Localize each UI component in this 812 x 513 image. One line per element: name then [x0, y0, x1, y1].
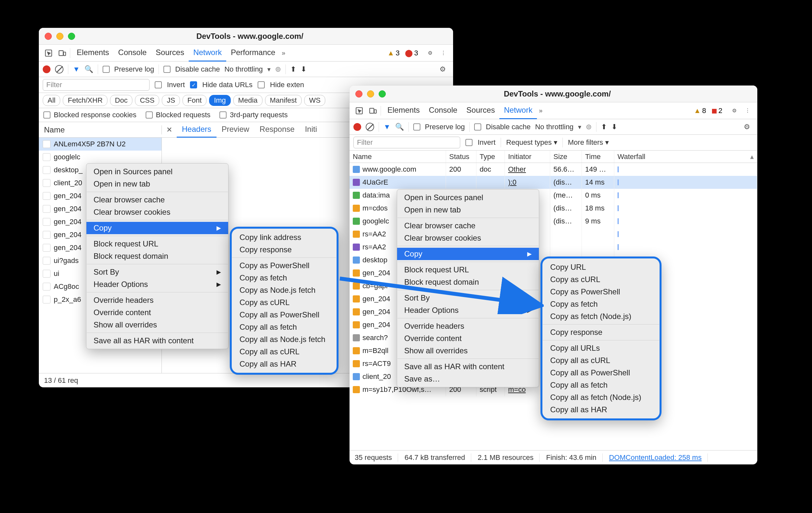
menu-item-override-headers[interactable]: Override headers — [86, 294, 228, 306]
context-menu[interactable]: Open in Sources panelOpen in new tabClea… — [86, 163, 229, 349]
menu-item-save-all-as-har-with-content[interactable]: Save all as HAR with content — [86, 334, 228, 347]
menu-item-clear-browser-cookies[interactable]: Clear browser cookies — [86, 206, 228, 218]
chip-js[interactable]: JS — [162, 95, 180, 106]
filter-icon[interactable]: ▼ — [73, 65, 80, 74]
warnings-badge[interactable]: ▲8 — [694, 107, 706, 115]
name-column-header[interactable]: Name — [39, 125, 162, 134]
record-button[interactable] — [353, 123, 361, 131]
submenu-item-copy-response[interactable]: Copy response — [543, 326, 660, 339]
inspect-icon[interactable] — [353, 105, 365, 116]
menu-item-sort-by[interactable]: Sort By▶ — [86, 266, 228, 278]
filter-icon[interactable]: ▼ — [383, 123, 390, 131]
menu-item-block-request-url[interactable]: Block request URL — [397, 264, 539, 276]
errors-badge[interactable]: ◼2 — [712, 107, 722, 115]
minimize-window[interactable] — [367, 90, 374, 98]
search-icon[interactable]: 🔍 — [84, 65, 93, 74]
submenu-item-copy-all-as-curl[interactable]: Copy all as cURL — [232, 346, 337, 358]
context-menu-right[interactable]: Open in Sources panelOpen in new tabClea… — [397, 189, 539, 387]
subtab-initi[interactable]: Initi — [300, 122, 322, 138]
chip-doc[interactable]: Doc — [110, 95, 133, 106]
chip-manifest[interactable]: Manifest — [265, 95, 301, 106]
menu-item-copy[interactable]: Copy▶ — [397, 248, 539, 260]
chip-img[interactable]: Img — [209, 95, 231, 106]
zoom-window[interactable] — [68, 33, 75, 40]
submenu-item-copy-as-node-js-fetch[interactable]: Copy as Node.js fetch — [232, 284, 337, 296]
menu-item-copy[interactable]: Copy▶ — [86, 222, 228, 234]
inspect-icon[interactable] — [43, 47, 54, 59]
hide-data-urls-checkbox[interactable]: ✓ — [190, 81, 197, 88]
throttling-select[interactable]: No throttling — [535, 123, 574, 131]
menu-item-show-all-overrides[interactable]: Show all overrides — [86, 319, 228, 331]
subtab-headers[interactable]: Headers — [177, 122, 216, 138]
submenu-item-copy-as-powershell[interactable]: Copy as PowerShell — [543, 286, 660, 298]
col-name[interactable]: Name — [350, 151, 446, 163]
submenu-item-copy-as-fetch-node-js-[interactable]: Copy as fetch (Node.js) — [543, 310, 660, 323]
tab-console[interactable]: Console — [114, 45, 151, 61]
wifi-icon[interactable]: ⊚ — [275, 65, 281, 74]
submenu-item-copy-url[interactable]: Copy URL — [543, 261, 660, 273]
submenu-item-copy-all-as-fetch-node-js-[interactable]: Copy all as fetch (Node.js) — [543, 391, 660, 404]
clear-button[interactable] — [55, 65, 63, 74]
filter-input[interactable]: Filter — [353, 137, 460, 148]
chip-fetch-xhr[interactable]: Fetch/XHR — [63, 95, 108, 106]
menu-item-header-options[interactable]: Header Options▶ — [86, 278, 228, 291]
col-status[interactable]: Status — [446, 151, 476, 163]
disable-cache-checkbox[interactable] — [164, 66, 171, 73]
submenu-item-copy-as-curl[interactable]: Copy as cURL — [543, 273, 660, 286]
menu-item-clear-browser-cache[interactable]: Clear browser cache — [397, 220, 539, 232]
menu-item-override-content[interactable]: Override content — [397, 332, 539, 345]
menu-item-open-in-new-tab[interactable]: Open in new tab — [397, 204, 539, 216]
network-settings-icon[interactable]: ⚙ — [436, 65, 449, 74]
search-icon[interactable]: 🔍 — [395, 123, 404, 131]
submenu-item-copy-all-as-har[interactable]: Copy all as HAR — [232, 358, 337, 370]
chip-css[interactable]: CSS — [135, 95, 159, 106]
col-time[interactable]: Time — [582, 151, 614, 163]
col-size[interactable]: Size — [550, 151, 582, 163]
chip-font[interactable]: Font — [182, 95, 206, 106]
upload-icon[interactable]: ⬆ — [601, 123, 607, 131]
menu-item-open-in-sources-panel[interactable]: Open in Sources panel — [86, 165, 228, 178]
disable-cache-checkbox[interactable] — [474, 124, 481, 131]
submenu-item-copy-all-as-curl[interactable]: Copy all as cURL — [543, 354, 660, 367]
table-row[interactable]: www.google.com200docOther56.6…149 … — [350, 163, 757, 176]
device-icon[interactable] — [56, 47, 68, 59]
submenu-item-copy-all-as-powershell[interactable]: Copy all as PowerShell — [543, 367, 660, 379]
more-filters-select[interactable]: More filters ▾ — [568, 138, 609, 147]
device-icon[interactable] — [367, 105, 379, 116]
request-row[interactable]: googlelc — [39, 151, 162, 164]
network-settings-icon[interactable]: ⚙ — [741, 123, 753, 131]
blocked-requests-checkbox[interactable] — [146, 111, 153, 118]
chip-media[interactable]: Media — [233, 95, 262, 106]
submenu-item-copy-all-as-fetch[interactable]: Copy all as fetch — [543, 379, 660, 391]
submenu-item-copy-as-powershell[interactable]: Copy as PowerShell — [232, 260, 337, 272]
upload-icon[interactable]: ⬆ — [290, 65, 296, 74]
wifi-icon[interactable]: ⊚ — [586, 123, 591, 131]
menu-item-show-all-overrides[interactable]: Show all overrides — [397, 345, 539, 357]
menu-item-block-request-url[interactable]: Block request URL — [86, 238, 228, 250]
submenu-item-copy-all-as-fetch[interactable]: Copy all as fetch — [232, 321, 337, 333]
minimize-window[interactable] — [56, 33, 63, 40]
subtab-response[interactable]: Response — [254, 122, 300, 138]
col-initiator[interactable]: Initiator — [505, 151, 550, 163]
kebab-menu-icon[interactable]: ⋮ — [438, 50, 449, 56]
zoom-window[interactable] — [379, 90, 386, 98]
settings-gear-icon[interactable]: ⚙ — [729, 108, 740, 114]
table-row[interactable]: 4UaGrE):0(dis…14 ms — [350, 176, 757, 189]
menu-item-open-in-new-tab[interactable]: Open in new tab — [86, 178, 228, 190]
warnings-badge[interactable]: ▲3 — [387, 49, 400, 57]
more-tabs-chevron[interactable]: » — [539, 107, 543, 114]
col-type[interactable]: Type — [476, 151, 505, 163]
invert-checkbox[interactable] — [155, 81, 162, 88]
download-icon[interactable]: ⬇ — [301, 65, 307, 74]
request-types-select[interactable]: Request types ▾ — [506, 138, 557, 147]
menu-item-save-as-[interactable]: Save as… — [397, 373, 539, 385]
menu-item-sort-by[interactable]: Sort By▶ — [397, 292, 539, 304]
submenu-item-copy-all-as-node-js-fetch[interactable]: Copy all as Node.js fetch — [232, 333, 337, 346]
col-waterfall[interactable]: Waterfall▴ — [614, 151, 757, 163]
menu-item-header-options[interactable]: Header Options▶ — [397, 304, 539, 317]
hide-ext-checkbox[interactable] — [258, 81, 265, 88]
submenu-item-copy-as-fetch[interactable]: Copy as fetch — [543, 298, 660, 310]
menu-item-clear-browser-cookies[interactable]: Clear browser cookies — [397, 232, 539, 244]
submenu-item-copy-all-as-har[interactable]: Copy all as HAR — [543, 404, 660, 416]
kebab-menu-icon[interactable]: ⋮ — [742, 108, 753, 114]
